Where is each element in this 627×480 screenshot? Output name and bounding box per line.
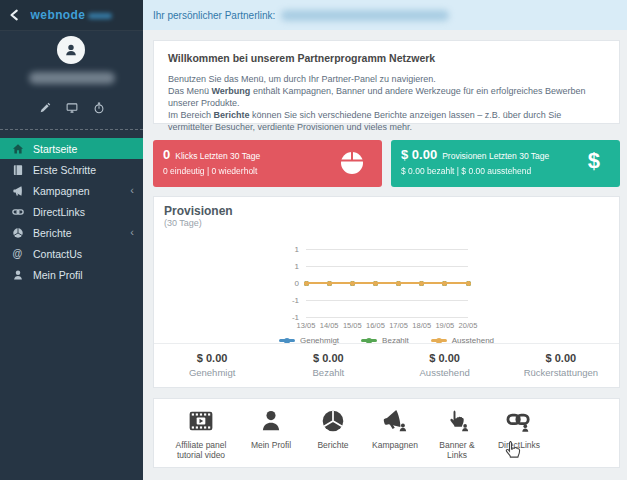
partner-link-label: Ihr persönlicher Partnerlink: [153, 10, 275, 21]
shortcut-kampagnen[interactable]: Kampagnen [364, 408, 426, 467]
sidebar-item-berichte[interactable]: Berichte ‹ [0, 222, 143, 243]
x-axis-tick-label: 16/05 [366, 321, 385, 330]
mouse-icon [339, 150, 365, 176]
shortcut-tutorial-video[interactable]: Affiliate panel tutorial video [162, 408, 240, 467]
summary-row: $ 0.00 Genehmigt $ 0.00 Bezahlt $ 0.00 A… [154, 343, 619, 387]
film-icon [162, 408, 240, 438]
sidebar-divider [0, 129, 143, 130]
legend-swatch [279, 339, 295, 342]
chart-gridline [306, 266, 468, 267]
back-chevron-icon[interactable] [8, 8, 22, 22]
shortcut-label: Kampagnen [364, 440, 426, 450]
sidebar-item-directlinks[interactable]: DirectLinks [0, 201, 143, 222]
shortcut-berichte[interactable]: Berichte [302, 408, 364, 467]
sidebar-item-label: Mein Profil [33, 269, 83, 281]
shortcut-banner-links[interactable]: Banner & Links [426, 408, 488, 467]
shortcut-label: Berichte [302, 440, 364, 450]
x-axis-tick-label: 17/05 [389, 321, 408, 330]
chart-data-point [396, 281, 401, 286]
legend-swatch [361, 339, 377, 342]
summary-bezahlt: $ 0.00 Bezahlt [270, 344, 386, 387]
summary-value: $ 0.00 [154, 352, 270, 364]
chart-data-point [419, 281, 424, 286]
sidebar-item-label: Kampagnen [33, 185, 90, 197]
sidebar-item-label: Berichte [33, 227, 72, 239]
logo-text: webnode [31, 8, 86, 22]
avatar [57, 36, 85, 64]
summary-value: $ 0.00 [503, 352, 619, 364]
clicks-label: Klicks Letzten 30 Tage [175, 151, 260, 161]
pie-chart-icon [302, 408, 364, 438]
summary-label: Genehmigt [154, 367, 270, 378]
sidebar-item-label: ContactUs [33, 248, 82, 260]
summary-rueckerstattungen: $ 0.00 Rückerstattungen [503, 344, 619, 387]
clicks-value: 0 [163, 147, 170, 162]
shortcut-label: Mein Profil [240, 440, 302, 450]
sidebar-item-kampagnen[interactable]: Kampagnen ‹ [0, 180, 143, 201]
summary-label: Bezahlt [270, 367, 386, 378]
mouse-cursor-pointer [503, 440, 522, 461]
shortcut-label: Affiliate panel tutorial video [162, 440, 240, 460]
book-icon [11, 163, 24, 176]
sidebar-item-startseite[interactable]: Startseite [0, 138, 143, 159]
provisions-chart-card: Provisionen (30 Tage) 110-1-1 13/0514/05… [153, 196, 620, 388]
chart-data-point [442, 281, 447, 286]
y-axis-tick-label: 1 [277, 262, 299, 271]
shortcut-mein-profil[interactable]: Mein Profil [240, 408, 302, 467]
welcome-title: Willkommen bei unserem Partnerprogramm N… [168, 52, 605, 64]
chain-links-icon [488, 408, 550, 438]
link-icon [11, 205, 24, 218]
edit-pencil-icon[interactable] [39, 100, 51, 112]
welcome-line-3-pre: Im Bereich [168, 110, 214, 120]
user-icon [240, 408, 302, 438]
x-axis-tick-label: 20/05 [459, 321, 478, 330]
summary-value: $ 0.00 [387, 352, 503, 364]
x-axis-tick-label: 18/05 [412, 321, 431, 330]
welcome-line-2: Das Menü Werbung enthält Kampagnen, Bann… [168, 85, 605, 109]
welcome-line-2-bold: Werbung [212, 86, 251, 96]
profile-action-icons [0, 100, 143, 112]
summary-value: $ 0.00 [270, 352, 386, 364]
sidebar-item-label: Erste Schritte [33, 164, 96, 176]
chart-plot-area: 110-1-1 [306, 249, 468, 317]
x-axis-tick-label: 14/05 [320, 321, 339, 330]
stopwatch-icon[interactable] [93, 100, 105, 112]
monitor-icon[interactable] [66, 100, 78, 112]
chevron-left-icon: ‹ [130, 184, 134, 196]
partner-link-blurred[interactable] [281, 10, 449, 21]
chart-data-point [466, 281, 471, 286]
sidebar-item-erste-schritte[interactable]: Erste Schritte [0, 159, 143, 180]
chart-data-point [304, 281, 309, 286]
welcome-line-3-bold: Berichte [214, 110, 250, 120]
partner-link-bar: Ihr persönlicher Partnerlink: [143, 0, 627, 30]
y-axis-tick-label: 0 [277, 279, 299, 288]
commissions-value: $ 0.00 [401, 147, 437, 162]
y-axis-tick-label: -1 [277, 296, 299, 305]
sidebar-header: webnode [0, 0, 143, 31]
sidebar: webnode Startseite Erste S [0, 0, 143, 480]
dollar-icon: $ [588, 148, 600, 174]
chart-data-point [327, 281, 332, 286]
sidebar-item-label: DirectLinks [33, 206, 85, 218]
user-icon [11, 268, 24, 281]
summary-ausstehend: $ 0.00 Ausstehend [387, 344, 503, 387]
welcome-line-1: Benutzen Sie das Menü, um durch Ihr Part… [168, 73, 605, 85]
commissions-label: Provisionen Letzten 30 Tage [442, 151, 549, 161]
logo-suffix-blurred [88, 13, 112, 19]
sidebar-item-label: Startseite [33, 143, 77, 155]
x-axis-tick-label: 15/05 [343, 321, 362, 330]
chart-gridline [306, 300, 468, 301]
chart-data-point [350, 281, 355, 286]
sidebar-item-contactus[interactable]: @ ContactUs [0, 243, 143, 264]
summary-genehmigt: $ 0.00 Genehmigt [154, 344, 270, 387]
chart-gridline [306, 249, 468, 250]
commissions-stat-tile: $ 0.00 Provisionen Letzten 30 Tage $ 0.0… [391, 140, 620, 187]
sidebar-item-mein-profil[interactable]: Mein Profil [0, 264, 143, 285]
chart-title: Provisionen [164, 204, 233, 218]
chart-x-axis: 13/0514/0515/0516/0517/0518/0519/0520/05 [306, 321, 468, 331]
welcome-card: Willkommen bei unserem Partnerprogramm N… [153, 40, 620, 124]
hand-pointer-icon [426, 408, 488, 438]
username-blurred [29, 72, 115, 84]
shortcut-label: Banner & Links [426, 440, 488, 460]
chevron-left-icon: ‹ [130, 226, 134, 238]
